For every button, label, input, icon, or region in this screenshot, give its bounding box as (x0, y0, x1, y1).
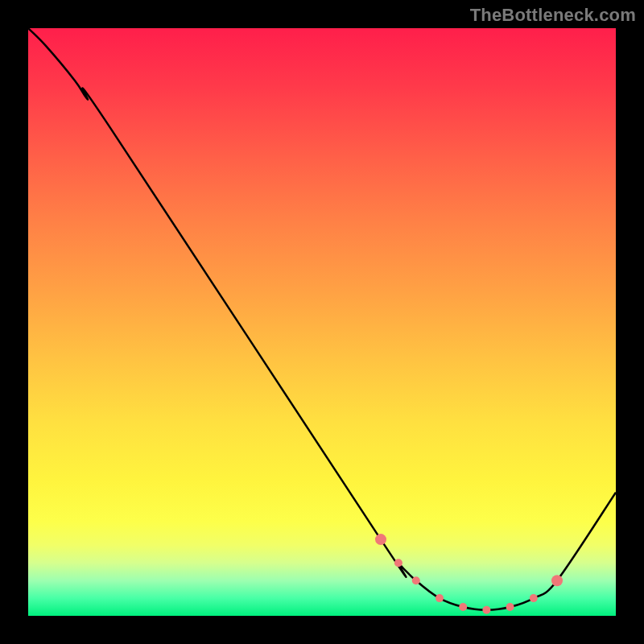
curve-marker (551, 575, 563, 586)
curve-marker (459, 603, 467, 611)
curve-layer (28, 28, 616, 616)
curve-marker (394, 559, 402, 567)
curve-marker (436, 594, 444, 602)
curve-marker (482, 606, 490, 614)
curve-marker (412, 576, 420, 584)
curve-marker (375, 534, 386, 545)
bottleneck-curve (28, 28, 616, 610)
watermark-text: TheBottleneck.com (470, 5, 636, 26)
plot-area (28, 28, 616, 616)
curve-marker (530, 594, 538, 602)
curve-marker (506, 603, 514, 611)
chart-frame: TheBottleneck.com (0, 0, 644, 644)
